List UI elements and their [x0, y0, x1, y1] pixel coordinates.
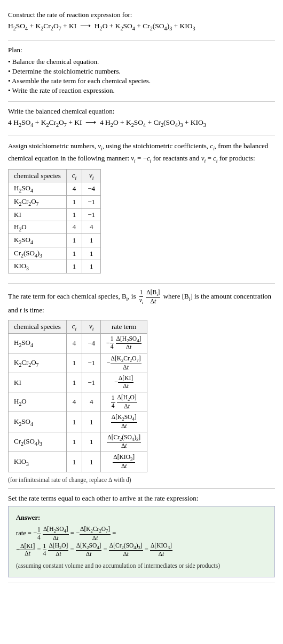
rate-cell: Δ[Cr2(SO4)3]Δt	[101, 432, 147, 452]
vi-cell: −4	[82, 182, 101, 196]
vi-cell: −1	[82, 208, 101, 221]
construct-label: Construct the rate of reaction expressio…	[8, 11, 275, 19]
table-row: H2SO4 4 −4 −14 Δ[H2SO4]Δt	[9, 333, 147, 353]
table-row: K2Cr2O7 1 −1	[9, 196, 101, 209]
plan-title: Plan:	[8, 46, 275, 54]
problem-section: Construct the rate of reaction expressio…	[8, 5, 275, 41]
rate-expression: rate = −14 Δ[H2SO4]Δt = −Δ[K2Cr2O7]Δt = …	[16, 526, 267, 558]
col-species: chemical species	[9, 320, 67, 333]
species-cell: KI	[9, 373, 67, 392]
table-row: K2Cr2O7 1 −1 −Δ[K2Cr2O7]Δt	[9, 353, 147, 373]
rate-cell: −14 Δ[H2SO4]Δt	[101, 333, 147, 353]
table-row: KI 1 −1 −Δ[KI]Δt	[9, 373, 147, 392]
plan-step-2: Determine the stoichiometric numbers.	[8, 67, 275, 76]
balanced-equation: 4 H2SO4 + K2Cr2O7 + KI ⟶ 4 H2O + K2SO4 +…	[8, 118, 275, 128]
original-reaction: H2SO4 + K2Cr2O7 + KI ⟶ H2O + K2SO4 + Cr2…	[8, 21, 275, 31]
vi-cell: 1	[82, 260, 101, 273]
ci-cell: 1	[66, 452, 82, 472]
table-row: H2SO4 4 −4	[9, 182, 101, 196]
species-cell: K2Cr2O7	[9, 353, 67, 373]
species-cell: H2O	[9, 221, 67, 234]
species-cell: K2Cr2O7	[9, 196, 67, 209]
col-ci: ci	[66, 320, 82, 333]
col-rate: rate term	[101, 320, 147, 333]
balanced-section: Write the balanced chemical equation: 4 …	[8, 102, 275, 136]
vi-cell: −1	[82, 353, 101, 373]
ci-cell: 4	[66, 392, 82, 412]
vi-cell: −4	[82, 333, 101, 353]
rate-cell: −Δ[KI]Δt	[101, 373, 147, 392]
plan-step-4: Write the rate of reaction expression.	[8, 86, 275, 95]
rate-table: chemical species ci νi rate term H2SO4 4…	[8, 320, 147, 472]
assign-text: Assign stoichiometric numbers, νi, using…	[8, 141, 275, 164]
table-row: KIO3 1 1 Δ[KIO3]Δt	[9, 452, 147, 472]
rate-cell: 14 Δ[H2O]Δt	[101, 392, 147, 412]
ci-cell: 1	[66, 260, 82, 273]
species-cell: KIO3	[9, 452, 67, 472]
species-cell: H2O	[9, 392, 67, 412]
species-cell: Cr2(SO4)3	[9, 432, 67, 452]
plan-section: Plan: Balance the chemical equation. Det…	[8, 41, 275, 102]
col-vi: νi	[82, 169, 101, 182]
vi-cell: 4	[82, 221, 101, 234]
ci-cell: 1	[66, 247, 82, 260]
ci-cell: 4	[66, 182, 82, 196]
ci-cell: 1	[66, 412, 82, 432]
ci-cell: 1	[66, 353, 82, 373]
answer-section: Set the rate terms equal to each other t…	[8, 489, 275, 583]
plan-step-3: Assemble the rate term for each chemical…	[8, 77, 275, 85]
rate-terms-section: The rate term for each chemical species,…	[8, 284, 275, 489]
vi-cell: −1	[82, 196, 101, 209]
ci-cell: 1	[66, 432, 82, 452]
species-cell: K2SO4	[9, 412, 67, 432]
assumption-text: (assuming constant volume and no accumul…	[16, 560, 267, 571]
answer-box: Answer: rate = −14 Δ[H2SO4]Δt = −Δ[K2Cr2…	[8, 506, 275, 577]
stoich-table: chemical species ci νi H2SO4 4 −4 K2Cr2O…	[8, 169, 101, 273]
ci-cell: 1	[66, 234, 82, 247]
vi-cell: 1	[82, 452, 101, 472]
species-cell: KI	[9, 208, 67, 221]
plan-list: Balance the chemical equation. Determine…	[8, 58, 275, 95]
vi-cell: 1	[82, 412, 101, 432]
table-row: KIO3 1 1	[9, 260, 101, 273]
table-row: H2O 4 4 14 Δ[H2O]Δt	[9, 392, 147, 412]
ci-cell: 1	[66, 373, 82, 392]
vi-cell: 4	[82, 392, 101, 412]
ci-cell: 4	[66, 221, 82, 234]
balanced-label: Write the balanced chemical equation:	[8, 107, 275, 116]
vi-cell: −1	[82, 373, 101, 392]
species-cell: H2SO4	[9, 333, 67, 353]
rate-cell: Δ[K2SO4]Δt	[101, 412, 147, 432]
rate-cell: −Δ[K2Cr2O7]Δt	[101, 353, 147, 373]
vi-cell: 1	[82, 234, 101, 247]
stoich-section: Assign stoichiometric numbers, νi, using…	[8, 135, 275, 284]
species-cell: KIO3	[9, 260, 67, 273]
species-cell: K2SO4	[9, 234, 67, 247]
col-species: chemical species	[9, 169, 67, 182]
set-equal-text: Set the rate terms equal to each other t…	[8, 494, 275, 503]
vi-cell: 1	[82, 247, 101, 260]
plan-step-1: Balance the chemical equation.	[8, 58, 275, 66]
table-row: Cr2(SO4)3 1 1 Δ[Cr2(SO4)3]Δt	[9, 432, 147, 452]
footnote: (for infinitesimal rate of change, repla…	[8, 477, 275, 483]
ci-cell: 1	[66, 196, 82, 209]
rate-intro: The rate term for each chemical species,…	[8, 289, 275, 316]
col-ci: ci	[66, 169, 82, 182]
table-row: KI 1 −1	[9, 208, 101, 221]
ci-cell: 4	[66, 333, 82, 353]
species-cell: H2SO4	[9, 182, 67, 196]
answer-label: Answer:	[16, 512, 267, 524]
vi-cell: 1	[82, 432, 101, 452]
species-cell: Cr2(SO4)3	[9, 247, 67, 260]
table-row: H2O 4 4	[9, 221, 101, 234]
ci-cell: 1	[66, 208, 82, 221]
table-row: Cr2(SO4)3 1 1	[9, 247, 101, 260]
table-row: K2SO4 1 1 Δ[K2SO4]Δt	[9, 412, 147, 432]
table-row: K2SO4 1 1	[9, 234, 101, 247]
col-vi: νi	[82, 320, 101, 333]
rate-cell: Δ[KIO3]Δt	[101, 452, 147, 472]
